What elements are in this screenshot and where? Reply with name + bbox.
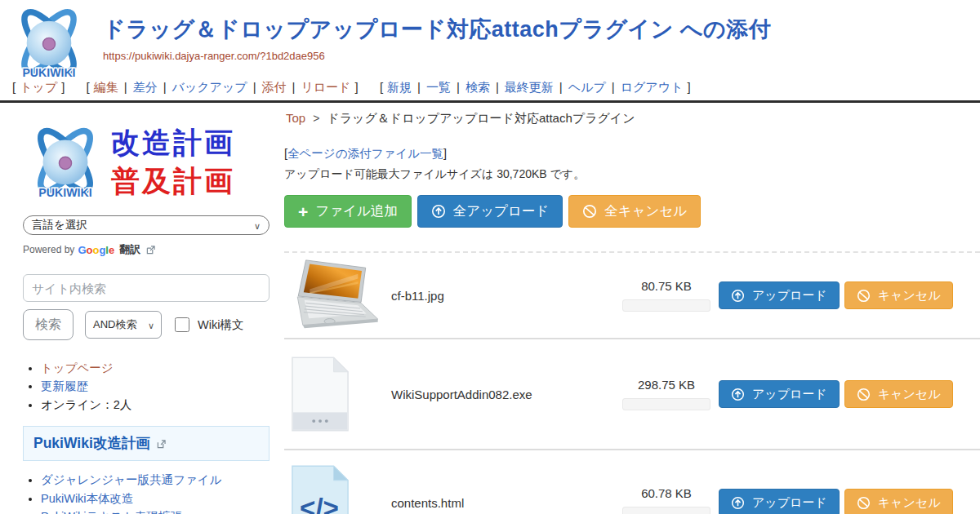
nav-item-reload[interactable]: リロード [301,80,350,94]
banner-text-fukyu: 普及計画 [111,162,235,200]
external-link-icon [157,440,166,449]
file-drop-zone[interactable]: cf-b11.jpg 80.75 KB アップロード キャンセル [284,251,980,514]
upload-circle-icon [731,496,745,510]
file-size: 298.75 KB [622,378,710,392]
svg-text:PUKIWIKI: PUKIWIKI [38,186,91,199]
upload-button[interactable]: アップロード [719,281,840,309]
row-actions: アップロード キャンセル [719,281,953,309]
nav-item-new[interactable]: 新規 [387,80,412,94]
cancel-button[interactable]: キャンセル [844,380,953,408]
svg-text:PUKIWIKI: PUKIWIKI [22,66,75,79]
file-name: WikiSupportAddin082.exe [391,388,622,401]
max-upload-size-text: アップロード可能最大ファイルサイズは 30,720KB です。 [284,167,980,182]
row-actions: アップロード キャンセル [719,380,953,408]
external-link-icon [146,246,155,255]
google-translate-attribution: Powered by Google 翻訳 [23,242,284,257]
upload-all-button[interactable]: 全アップロード [417,195,563,228]
ban-icon [582,204,597,219]
search-button[interactable]: 検索 [23,309,74,340]
search-mode-select[interactable]: AND検索 ∨ [85,311,162,339]
file-thumbnail [290,356,391,432]
file-thumbnail: </> [290,464,391,514]
nav-item-help[interactable]: ヘルプ [568,80,606,94]
file-size-cell: 60.78 KB [622,486,710,514]
upload-progress-bar [622,398,710,410]
sidebar-item-text-ext[interactable]: PukiWikiテキスト表現拡張 [41,510,182,514]
nav-item-attach[interactable]: 添付 [262,80,287,94]
search-controls: 検索 AND検索 ∨ Wiki構文 [23,309,284,340]
breadcrumb-top-link[interactable]: Top [286,111,305,125]
table-row: WikiSupportAddin082.exe 298.75 KB アップロード… [284,339,980,450]
wiki-syntax-checkbox[interactable] [175,317,189,332]
table-row: </> contents.html 60.78 KB アップロード キャンセル [284,450,980,514]
file-size: 80.75 KB [622,279,710,293]
nav-item-edit[interactable]: 編集 [94,80,118,94]
list-item: ダジャレンジャー版共通ファイル [41,472,284,489]
list-item: トップページ [41,360,284,377]
html-code-file-icon: </> [290,464,350,514]
upload-toolbar: + ファイル追加 全アップロード 全キャンセル [284,195,980,228]
breadcrumb: Top>ドラッグ＆ドロップアップロード対応attachプラグイン [286,111,980,126]
row-actions: アップロード キャンセル [719,489,953,514]
sidebar-heading-pukiwiki-kaizo[interactable]: PukiWiki改造計画 [23,426,270,461]
nav-item-diff[interactable]: 差分 [133,80,158,94]
nav-group-site: [新規|一覧|検索|最終更新|ヘルプ|ログアウト] [376,80,695,94]
svg-text:</>: </> [300,493,339,514]
nav-item-backup[interactable]: バックアップ [172,80,247,94]
table-row: cf-b11.jpg 80.75 KB アップロード キャンセル [284,253,980,339]
plus-icon: + [298,203,308,220]
pukiwiki-logo: PUKIWIKI [7,3,91,85]
nav-group-page: [編集|差分|バックアップ|添付|リロード] [82,80,363,94]
nav-item-list[interactable]: 一覧 [426,80,451,94]
cancel-all-button[interactable]: 全キャンセル [568,195,701,228]
page-header: PUKIWIKI ドラッグ＆ドロップアップロード対応attachプラグイン への… [0,0,980,79]
sidebar: PUKIWIKI 改造計画 普及計画 言語を選択 ∨ Powered by Go… [0,103,284,514]
google-logo-text: Google [78,244,114,256]
language-select[interactable]: 言語を選択 ∨ [23,215,270,235]
ban-icon [857,388,871,401]
list-item: PukiWikiテキスト表現拡張 [41,508,284,514]
main-content: Top>ドラッグ＆ドロップアップロード対応attachプラグイン [全ページの添… [284,103,980,514]
top-navigation: [トップ] [編集|差分|バックアップ|添付|リロード] [新規|一覧|検索|最… [0,79,980,100]
file-thumbnail [290,259,391,332]
breadcrumb-current: ドラッグ＆ドロップアップロード対応attachプラグイン [327,111,635,125]
site-search-input[interactable] [23,274,270,302]
ban-icon [857,496,871,510]
laptop-photo-icon [290,259,385,332]
upload-circle-icon [731,289,745,303]
chevron-down-icon: ∨ [254,217,261,235]
generic-file-icon [290,356,350,432]
sidebar-item-recent-changes[interactable]: 更新履歴 [41,379,88,392]
sidebar-menu-links: ダジャレンジャー版共通ファイル PukiWiki本体改造 PukiWikiテキス… [23,472,284,514]
banner-text-kaizo: 改造計画 [111,123,235,162]
upload-progress-bar [622,507,710,514]
file-name: contents.html [391,496,622,510]
file-size: 60.78 KB [622,486,710,500]
atom-icon: PUKIWIKI [23,121,108,202]
upload-button[interactable]: アップロード [719,380,840,408]
sidebar-item-body-mod[interactable]: PukiWiki本体改造 [41,492,134,505]
cancel-button[interactable]: キャンセル [844,281,953,309]
all-pages-attach-list-link[interactable]: 全ページの添付ファイル一覧 [287,147,443,160]
nav-item-logout[interactable]: ログアウト [621,80,684,94]
sidebar-banner[interactable]: PUKIWIKI 改造計画 普及計画 [23,121,271,202]
atom-icon: PUKIWIKI [7,3,91,82]
sidebar-top-links: トップページ 更新履歴 オンライン：2人 [23,360,284,414]
file-size-cell: 298.75 KB [622,378,710,410]
sidebar-item-common-files[interactable]: ダジャレンジャー版共通ファイル [41,473,221,486]
list-item: 更新履歴 [41,378,284,395]
upload-button[interactable]: アップロード [719,489,840,514]
attach-list-line: [全ページの添付ファイル一覧] [284,146,980,162]
nav-item-search[interactable]: 検索 [466,80,490,94]
cancel-button[interactable]: キャンセル [844,489,953,514]
list-item: PukiWiki本体改造 [41,490,284,507]
chevron-down-icon: ∨ [148,312,154,339]
file-name: cf-b11.jpg [391,289,622,303]
file-size-cell: 80.75 KB [622,279,710,312]
online-count: オンライン：2人 [41,397,284,414]
add-files-button[interactable]: + ファイル追加 [284,195,412,228]
wiki-syntax-label: Wiki構文 [198,317,243,333]
nav-item-recent[interactable]: 最終更新 [505,80,554,94]
page-url-link[interactable]: https://pukiwiki.dajya-ranger.com/?1bd2d… [103,50,325,62]
sidebar-item-toppage[interactable]: トップページ [41,361,114,374]
